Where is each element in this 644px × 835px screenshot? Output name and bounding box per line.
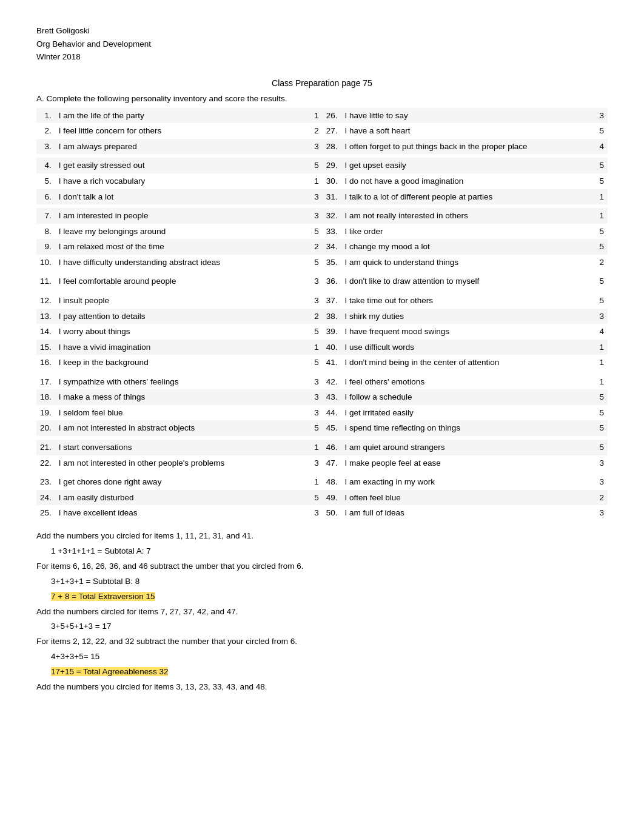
item-num-right: 48.: [323, 474, 341, 490]
item-num-right: 44.: [323, 405, 341, 421]
item-score-left: 5: [310, 324, 323, 340]
item-text-right: I don't like to draw attention to myself: [341, 273, 595, 289]
item-text-right: I often feel blue: [341, 490, 595, 506]
item-score-right: 4: [595, 139, 608, 155]
item-score-right: 5: [595, 123, 608, 139]
item-num-right: 33.: [323, 224, 341, 240]
header-info: Brett Goligoski Org Behavior and Develop…: [36, 24, 608, 64]
item-num-right: 38.: [323, 309, 341, 324]
item-text-left: I pay attention to details: [55, 309, 310, 324]
item-score-left: 3: [310, 189, 323, 205]
item-num-left: 1.: [36, 108, 55, 124]
item-score-left: 5: [310, 355, 323, 371]
extraversion-subtract-note: For items 6, 16, 26, 36, and 46 subtract…: [36, 560, 608, 574]
item-text-right: I shirk my duties: [341, 309, 595, 324]
item-num-left: 25.: [36, 505, 55, 521]
item-score-right: 3: [595, 505, 608, 521]
inventory-table: 1. I am the life of the party 1 26. I ha…: [36, 108, 608, 521]
item-text-left: I am always prepared: [55, 139, 310, 155]
item-num-left: 22.: [36, 455, 55, 471]
item-text-right: I do not have a good imagination: [341, 173, 595, 189]
item-num-left: 21.: [36, 440, 55, 455]
item-text-left: I don't talk a lot: [55, 189, 310, 205]
item-num-right: 47.: [323, 455, 341, 471]
item-num-right: 43.: [323, 389, 341, 405]
item-score-left: 1: [310, 108, 323, 124]
item-score-left: 5: [310, 158, 323, 173]
item-text-left: I am not interested in other people's pr…: [55, 455, 310, 471]
item-num-right: 42.: [323, 374, 341, 390]
item-score-left: 3: [310, 273, 323, 289]
item-num-left: 16.: [36, 355, 55, 371]
item-text-left: I have excellent ideas: [55, 505, 310, 521]
extraversion-subtotal-a: 1 +3+1+1+1 = Subtotal A: 7: [51, 545, 608, 558]
item-num-right: 36.: [323, 273, 341, 289]
item-text-left: I have a rich vocabulary: [55, 173, 310, 189]
item-score-right: 5: [595, 293, 608, 309]
item-score-right: 5: [595, 173, 608, 189]
item-score-left: 5: [310, 224, 323, 240]
item-score-left: 3: [310, 455, 323, 471]
item-score-left: 3: [310, 139, 323, 155]
item-score-right: 5: [595, 273, 608, 289]
item-num-left: 6.: [36, 189, 55, 205]
item-score-left: 1: [310, 474, 323, 490]
agreeableness-total: 17+15 = Total Agreeableness 32: [51, 665, 608, 679]
item-num-left: 18.: [36, 389, 55, 405]
item-score-left: 1: [310, 340, 323, 355]
item-score-left: 2: [310, 239, 323, 255]
item-text-right: I am quiet around strangers: [341, 440, 595, 455]
item-text-left: I am interested in people: [55, 208, 310, 224]
item-text-left: I am the life of the party: [55, 108, 310, 124]
extraversion-total-highlight: 7 + 8 = Total Extraversion 15: [51, 592, 155, 601]
item-num-right: 50.: [323, 505, 341, 521]
item-text-left: I make a mess of things: [55, 389, 310, 405]
extraversion-note: Add the numbers you circled for items 1,…: [36, 529, 608, 543]
extraversion-total: 7 + 8 = Total Extraversion 15: [51, 590, 608, 604]
item-num-right: 39.: [323, 324, 341, 340]
item-score-right: 5: [595, 158, 608, 173]
conscientiousness-note: Add the numbers you circled for items 3,…: [36, 680, 608, 694]
item-score-left: 3: [310, 505, 323, 521]
item-text-right: I have a soft heart: [341, 123, 595, 139]
item-num-right: 49.: [323, 490, 341, 506]
item-num-right: 27.: [323, 123, 341, 139]
item-text-left: I have difficulty understanding abstract…: [55, 255, 310, 270]
item-score-right: 5: [595, 420, 608, 436]
item-text-right: I am exacting in my work: [341, 474, 595, 490]
item-score-right: 4: [595, 324, 608, 340]
item-text-left: I worry about things: [55, 324, 310, 340]
item-text-right: I talk to a lot of different people at p…: [341, 189, 595, 205]
instruction: A. Complete the following personality in…: [36, 94, 608, 103]
item-num-right: 45.: [323, 420, 341, 436]
item-text-right: I am not really interested in others: [341, 208, 595, 224]
item-score-right: 3: [595, 474, 608, 490]
item-text-right: I get upset easily: [341, 158, 595, 173]
item-text-left: I feel comfortable around people: [55, 273, 310, 289]
item-num-left: 3.: [36, 139, 55, 155]
item-num-left: 12.: [36, 293, 55, 309]
item-num-right: 28.: [323, 139, 341, 155]
agreeableness-add-eq: 3+5+5+1+3 = 17: [51, 620, 608, 634]
item-num-right: 29.: [323, 158, 341, 173]
item-score-left: 2: [310, 309, 323, 324]
item-text-left: I get easily stressed out: [55, 158, 310, 173]
item-score-right: 3: [595, 309, 608, 324]
item-text-right: I make people feel at ease: [341, 455, 595, 471]
agreeableness-subtract-note: For items 2, 12, 22, and 32 subtract the…: [36, 635, 608, 649]
item-text-left: I am easily disturbed: [55, 490, 310, 506]
item-num-left: 5.: [36, 173, 55, 189]
item-num-left: 9.: [36, 239, 55, 255]
item-text-right: I like order: [341, 224, 595, 240]
agreeableness-subtract-eq: 4+3+3+5= 15: [51, 650, 608, 664]
item-num-left: 19.: [36, 405, 55, 421]
item-num-right: 32.: [323, 208, 341, 224]
item-score-right: 1: [595, 374, 608, 390]
item-text-left: I feel little concern for others: [55, 123, 310, 139]
item-text-left: I seldom feel blue: [55, 405, 310, 421]
item-score-left: 3: [310, 405, 323, 421]
item-num-right: 26.: [323, 108, 341, 124]
item-score-left: 1: [310, 440, 323, 455]
item-text-right: I am quick to understand things: [341, 255, 595, 270]
item-text-left: I have a vivid imagination: [55, 340, 310, 355]
